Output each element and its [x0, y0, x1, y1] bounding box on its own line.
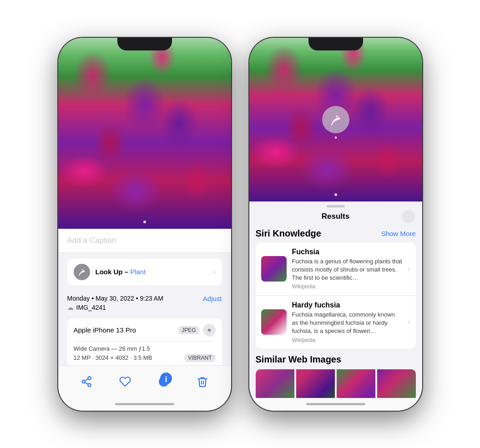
show-more-button[interactable]: Show More	[381, 230, 416, 237]
lookup-label: Look Up – Plant	[96, 268, 146, 276]
photo-area-1[interactable]	[58, 38, 231, 229]
location-badge[interactable]	[203, 324, 216, 337]
visual-lookup-button[interactable]	[322, 106, 349, 133]
date-text: Monday • May 30, 2022 • 9:23 AM	[67, 295, 163, 302]
knowledge-card: Fuchsia Fuchsia is a genus of flowering …	[256, 242, 416, 349]
caption-area[interactable]: Add a Caption	[58, 229, 231, 253]
filename: IMG_4241	[76, 304, 106, 311]
toolbar-1: i	[58, 365, 231, 398]
home-bar-2	[306, 403, 365, 405]
results-panel: Results Siri Knowledge Show More	[249, 201, 422, 398]
mp-text: 12 MP · 3024 × 4032 · 3.5 MB	[74, 354, 152, 361]
favorite-button[interactable]	[115, 372, 135, 392]
fuchsia-description: Fuchsia is a genus of flowering plants t…	[292, 257, 403, 282]
web-images-grid	[256, 369, 416, 398]
web-image-2[interactable]	[296, 369, 335, 398]
web-images-section: Similar Web Images	[256, 354, 416, 398]
visual-lookup-icon	[74, 264, 90, 280]
info-section: Look Up – Plant › Monday • May 30, 2022 …	[58, 253, 231, 365]
fuchsia-source: Wikipedia	[292, 283, 403, 290]
caption-placeholder[interactable]: Add a Caption	[67, 236, 116, 245]
photo-page-dot-1	[143, 221, 146, 223]
notch-1	[117, 38, 172, 50]
camera-line: Wide Camera — 26 mm ƒ1.5	[74, 345, 216, 352]
fuchsia-info: Fuchsia Fuchsia is a genus of flowering …	[292, 248, 403, 290]
phone-2-inner: Results Siri Knowledge Show More	[249, 38, 422, 411]
filename-row: ☁ IMG_4241	[67, 304, 163, 311]
date-row: Monday • May 30, 2022 • 9:23 AM ☁ IMG_42…	[67, 293, 222, 312]
hardy-fuchsia-source: Wikipedia	[292, 337, 403, 343]
device-card: Apple iPhone 13 Pro JPEG Wide Camera — 2…	[67, 318, 222, 365]
web-images-title: Similar Web Images	[256, 354, 416, 365]
photo-page-dot-2	[334, 193, 337, 196]
adjust-button[interactable]: Adjust	[203, 295, 222, 302]
screen-container: Add a Caption Look Up – Plant ›	[0, 0, 480, 448]
share-button[interactable]	[76, 372, 96, 392]
device-header: Apple iPhone 13 Pro JPEG	[74, 324, 216, 342]
camera-detail: Wide Camera — 26 mm ƒ1.5 12 MP · 3024 × …	[74, 342, 216, 365]
phone-1-inner: Add a Caption Look Up – Plant ›	[58, 38, 231, 411]
device-badges: JPEG	[178, 324, 215, 337]
results-close-button[interactable]	[402, 210, 415, 223]
results-header: Results	[249, 207, 422, 225]
vl-dot	[334, 136, 337, 139]
home-indicator-2	[249, 398, 422, 411]
home-bar-1	[115, 403, 174, 405]
hardy-fuchsia-chevron: ›	[408, 318, 410, 326]
fuchsia-chevron: ›	[408, 265, 410, 273]
date-info: Monday • May 30, 2022 • 9:23 AM ☁ IMG_42…	[67, 295, 163, 311]
photo-area-2[interactable]	[249, 38, 422, 201]
hardy-fuchsia-description: Fuchsia magellanica, commonly known as t…	[292, 311, 403, 336]
delete-button[interactable]	[192, 372, 212, 392]
results-title: Results	[322, 212, 349, 221]
results-content: Siri Knowledge Show More Fuchsia Fuchsia…	[249, 225, 422, 398]
web-image-3[interactable]	[337, 369, 375, 398]
fuchsia-knowledge-item[interactable]: Fuchsia Fuchsia is a genus of flowering …	[256, 242, 416, 296]
fuchsia-thumb-image	[261, 256, 287, 282]
info-button[interactable]: i	[154, 372, 174, 392]
fuchsia-thumb	[261, 256, 287, 282]
web-image-1[interactable]	[256, 369, 294, 398]
phone-1: Add a Caption Look Up – Plant ›	[58, 38, 231, 411]
svg-point-0	[207, 328, 211, 332]
hardy-fuchsia-thumb	[261, 309, 287, 335]
device-name: Apple iPhone 13 Pro	[74, 326, 136, 334]
home-indicator-1	[58, 398, 231, 411]
cloud-icon: ☁	[67, 304, 74, 311]
hardy-fuchsia-knowledge-item[interactable]: Hardy fuchsia Fuchsia magellanica, commo…	[256, 296, 416, 349]
hardy-fuchsia-info: Hardy fuchsia Fuchsia magellanica, commo…	[292, 301, 403, 343]
megapixel-row: 12 MP · 3024 × 4032 · 3.5 MB VIBRANT	[74, 354, 216, 362]
lookup-chevron: ›	[213, 268, 215, 276]
notch-2	[308, 38, 363, 50]
format-badge: JPEG	[178, 326, 199, 334]
vibrant-badge: VIBRANT	[184, 354, 215, 362]
phone-2: Results Siri Knowledge Show More	[249, 38, 422, 411]
siri-knowledge-title: Siri Knowledge	[256, 228, 321, 239]
fuchsia-photo-1	[58, 38, 231, 229]
lookup-row[interactable]: Look Up – Plant ›	[67, 258, 222, 286]
web-image-4[interactable]	[377, 369, 416, 398]
hardy-thumb-image	[261, 309, 287, 335]
svg-text:i: i	[165, 375, 167, 384]
hardy-fuchsia-name: Hardy fuchsia	[292, 301, 403, 309]
fuchsia-name: Fuchsia	[292, 248, 403, 256]
siri-knowledge-header: Siri Knowledge Show More	[256, 225, 416, 242]
